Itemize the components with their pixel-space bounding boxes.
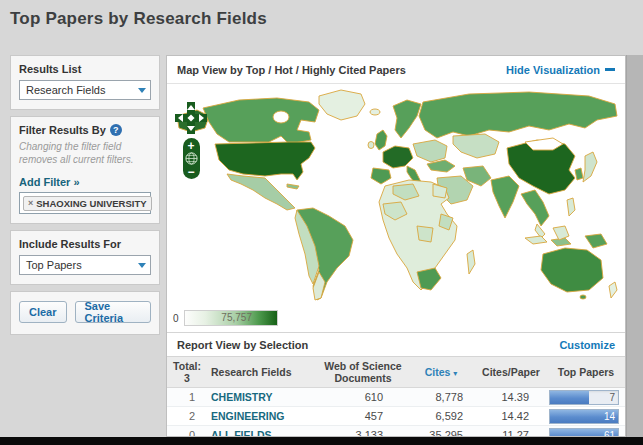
cites-per-paper-value: 14.42 — [475, 410, 547, 422]
report-header: Report View by Selection Customize — [167, 332, 625, 357]
field-link-engineering[interactable]: ENGINEERING — [207, 410, 319, 422]
filter-note: Changing the filter field removes all cu… — [19, 141, 151, 166]
map-controls: + − — [175, 102, 207, 179]
help-icon[interactable]: ? — [110, 124, 122, 136]
page-title: Top Papers by Research Fields — [10, 9, 267, 29]
legend-gradient-bar: 75,757 — [184, 310, 278, 326]
map-country-new-zealand — [609, 282, 617, 298]
column-header-documents: Web of Science Documents — [319, 360, 407, 384]
top-papers-value: 14 — [604, 410, 615, 423]
include-results-card: Include Results For Top Papers — [10, 230, 160, 285]
map-country-spain — [371, 168, 391, 184]
cites-per-paper-value: 14.39 — [475, 391, 547, 403]
map-legend: 0 75,757 — [173, 310, 278, 326]
cites-per-paper-value: 11.27 — [475, 429, 547, 437]
map-view-title: Map View by Top / Hot / Highly Cited Pap… — [177, 64, 406, 76]
table-header-row: Total: 3 Research Fields Web of Science … — [167, 357, 625, 388]
clear-button[interactable]: Clear — [19, 301, 67, 323]
add-filter-link[interactable]: Add Filter » — [19, 176, 80, 188]
map-area: + − 0 75,757 — [167, 84, 625, 332]
actions-card: Clear Save Criteria — [10, 291, 160, 335]
sidebar: Results List Research Fields Filter Resu… — [10, 55, 160, 341]
map-country-uk — [375, 130, 387, 150]
results-list-select[interactable]: Research Fields — [19, 80, 151, 100]
include-results-select[interactable]: Top Papers — [19, 255, 151, 275]
table-row: 0 ALL FIELDS 3,133 35,295 11.27 61 — [167, 426, 625, 437]
total-header: Total: 3 — [167, 360, 207, 384]
filter-results-label: Filter Results By — [19, 124, 106, 136]
field-link-all-fields[interactable]: ALL FIELDS — [207, 429, 319, 437]
results-list-label: Results List — [19, 63, 151, 75]
row-rank: 1 — [167, 391, 207, 403]
map-country-mexico — [227, 174, 295, 210]
total-label: Total: — [167, 360, 207, 372]
save-criteria-button[interactable]: Save Criteria — [75, 301, 151, 323]
hide-visualization-label: Hide Visualization — [506, 64, 600, 76]
globe-reset-button[interactable] — [185, 152, 198, 165]
map-country-japan — [583, 152, 597, 182]
zoom-in-button[interactable]: + — [183, 140, 200, 151]
column-header-research-fields: Research Fields — [207, 366, 319, 378]
cites-value: 6,592 — [407, 410, 475, 422]
filter-tag-label: SHAOXING UNIVERSITY — [36, 198, 146, 209]
include-results-label: Include Results For — [19, 238, 151, 250]
chevron-down-icon — [138, 263, 146, 268]
include-results-selected-value: Top Papers — [26, 259, 82, 271]
hide-visualization-link[interactable]: Hide Visualization — [506, 64, 615, 76]
bottom-bar — [0, 437, 643, 445]
customize-link[interactable]: Customize — [559, 339, 615, 351]
map-country-greenland — [319, 90, 365, 120]
column-header-top-papers: Top Papers — [547, 366, 625, 378]
pan-control[interactable] — [175, 102, 207, 134]
map-country-india — [491, 176, 519, 218]
documents-value: 457 — [319, 410, 407, 422]
total-value: 3 — [167, 372, 207, 384]
top-papers-value: 7 — [609, 391, 615, 404]
top-papers-bar: 14 — [549, 409, 619, 424]
zoom-out-button[interactable]: − — [183, 166, 200, 177]
row-rank: 0 — [167, 429, 207, 437]
scrollbar[interactable] — [626, 55, 643, 437]
top-papers-bar: 7 — [549, 390, 619, 405]
table-row: 2 ENGINEERING 457 6,592 14.42 14 — [167, 407, 625, 426]
results-list-card: Results List Research Fields — [10, 55, 160, 110]
map-country-south-africa — [417, 268, 441, 290]
results-list-selected-value: Research Fields — [26, 84, 105, 96]
map-country-madagascar — [467, 250, 475, 274]
remove-filter-icon[interactable]: × — [28, 198, 33, 208]
world-map-visualization[interactable] — [169, 86, 623, 302]
chevron-down-icon — [138, 88, 146, 93]
table-row: 1 CHEMISTRY 610 8,778 14.39 7 — [167, 388, 625, 407]
map-country-france-germany — [383, 146, 413, 168]
map-country-russia — [419, 92, 617, 138]
documents-value: 3,133 — [319, 429, 407, 437]
documents-value: 610 — [319, 391, 407, 403]
legend-max-value: 75,757 — [221, 312, 252, 323]
legend-min-value: 0 — [173, 313, 179, 324]
cites-value: 35,295 — [407, 429, 475, 437]
filter-card: Filter Results By ? Changing the filter … — [10, 116, 160, 224]
main-panel: Map View by Top / Hot / Highly Cited Pap… — [166, 55, 626, 437]
top-papers-value: 61 — [604, 429, 615, 438]
filter-input[interactable]: × SHAOXING UNIVERSITY — [19, 192, 151, 214]
field-link-chemistry[interactable]: CHEMISTRY — [207, 391, 319, 403]
sort-descending-icon: ▾ — [453, 369, 457, 378]
column-header-cites[interactable]: Cites ▾ — [407, 366, 475, 378]
row-rank: 2 — [167, 410, 207, 422]
cites-value: 8,778 — [407, 391, 475, 403]
top-papers-bar: 61 — [549, 428, 619, 438]
column-header-cites-per-paper: Cites/Paper — [475, 366, 547, 378]
report-view-title: Report View by Selection — [177, 339, 308, 351]
filter-tag: × SHAOXING UNIVERSITY — [23, 196, 152, 211]
map-country-canada — [203, 98, 319, 144]
map-country-australia — [541, 248, 603, 292]
visualization-header: Map View by Top / Hot / Highly Cited Pap… — [167, 56, 625, 84]
collapse-icon — [605, 68, 615, 71]
